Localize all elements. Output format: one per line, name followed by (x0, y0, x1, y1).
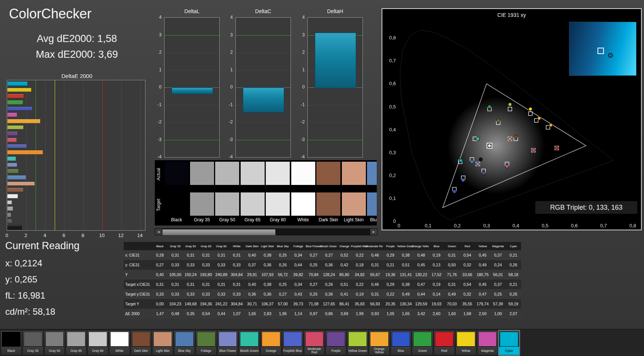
patch-label: Yellow (456, 347, 476, 355)
table-cell: 0,31 (214, 279, 229, 289)
patch-button-black[interactable]: Black (1, 330, 22, 355)
table-cell: 0,36 (321, 289, 337, 299)
table-cell: 0,54 (460, 250, 475, 260)
svg-text:0,1: 0,1 (389, 195, 396, 201)
table-cell: 0,86 (321, 309, 337, 318)
deltac-y-axis: 43210-1-2-3-4 (226, 17, 234, 157)
patch-swatch (305, 332, 324, 347)
patch-button-cyan[interactable]: Cyan (499, 330, 520, 355)
table-cell: 30,71 (244, 299, 260, 309)
delta-bar (315, 33, 356, 88)
inset-target-marker (598, 48, 604, 54)
y-tick-label: 1 (225, 67, 233, 72)
table-cell: 56,01 (490, 270, 506, 279)
patch-button-bluish-green[interactable]: Bluish Green (239, 330, 260, 355)
patch-button-moderate-red[interactable]: Moderate Red (304, 330, 325, 355)
patch-button-white[interactable]: White (109, 330, 130, 355)
scroll-right-button[interactable]: ► (370, 229, 377, 235)
table-cell: 1,99 (352, 309, 367, 318)
patch-button-orange[interactable]: Orange (261, 330, 282, 355)
row-label: Target y:CIE31 (124, 289, 152, 299)
svg-text:0,3: 0,3 (389, 150, 396, 155)
table-cell: 0,26 (275, 260, 291, 270)
patch-button-purple[interactable]: Purple (325, 330, 346, 355)
col-header: Black (152, 242, 168, 250)
patch-button-red[interactable]: Red (434, 330, 455, 355)
patch-label: Orange Yellow (369, 347, 389, 355)
patch-swatch (283, 332, 302, 347)
table-cell: 0,31 (198, 250, 214, 260)
table-cell: 0,45 (413, 260, 429, 270)
patch-button-gray-65[interactable]: Gray 65 (66, 330, 87, 355)
patch-button-gray-50[interactable]: Gray 50 (44, 330, 65, 355)
table-cell: 1,07 (229, 309, 244, 318)
cie-panel: 00,10,20,30,40,50,60,70,800,10,20,30,40,… (382, 8, 642, 230)
svg-text:0,7: 0,7 (600, 223, 607, 228)
reference-line (102, 80, 103, 230)
y-tick-label: 0 (225, 84, 233, 90)
col-header: Magenta (490, 242, 506, 250)
swatch-label: Gray 65 (241, 217, 265, 222)
delta-bar (172, 87, 213, 94)
scroll-left-button[interactable]: ◄ (155, 229, 162, 235)
patch-label: Gray 35 (23, 347, 43, 355)
table-cell: 39,82 (291, 270, 306, 279)
table-cell: 0,21 (383, 260, 398, 270)
table-cell: 0,47 (475, 289, 490, 299)
table-cell: 0,40 (244, 250, 260, 260)
swatch-board: Actual Target BlackGray 35Gray 50Gray 65… (155, 160, 377, 225)
patch-button-foliage[interactable]: Foliage (196, 330, 217, 355)
cie-measured-orange (549, 123, 553, 127)
patch-swatch (370, 332, 389, 347)
patch-button-blue-sky[interactable]: Blue Sky (174, 330, 195, 355)
patch-button-yellow-green[interactable]: Yellow Green (347, 330, 368, 355)
col-header: Blue Sky (275, 242, 291, 250)
patch-button-dark-skin[interactable]: Dark Skin (131, 330, 152, 355)
patch-button-green[interactable]: Green (412, 330, 433, 355)
svg-text:0,1: 0,1 (425, 223, 431, 228)
patch-button-yellow[interactable]: Yellow (455, 330, 476, 355)
gridline (64, 80, 64, 230)
patch-button-gray-35[interactable]: Gray 35 (22, 330, 43, 355)
colorchecker-app: ColorChecker Avg dE2000: 1,58 Max dE2000… (0, 0, 644, 356)
row-label: Y (124, 270, 152, 279)
table-cell: 0,37 (490, 250, 506, 260)
swatch-actual (266, 162, 290, 185)
scrollbar-thumb[interactable] (162, 229, 276, 235)
swatch-scrollbar[interactable]: ◄ ► (155, 228, 377, 235)
y-tick-label: 2 (154, 50, 162, 55)
col-header: Light Skin (260, 242, 275, 250)
patch-swatch (88, 332, 107, 347)
patch-button-orange-yellow[interactable]: Orange Yellow (369, 330, 390, 355)
gridline (165, 35, 219, 36)
patch-button-blue-flower[interactable]: Blue Flower (217, 330, 238, 355)
col-header: Blue (429, 242, 444, 250)
deltac-plot (235, 17, 291, 158)
patch-label: Magenta (478, 347, 498, 355)
svg-text:0: 0 (397, 223, 400, 228)
patch-swatch (500, 332, 518, 347)
deltae-x-axis: 02468101214 (7, 233, 149, 239)
current-reading-cdm2: cd/m²: 58,18 (5, 306, 55, 317)
table-cell: 0,22 (352, 279, 367, 289)
patch-button-gray-80[interactable]: Gray 80 (87, 330, 108, 355)
cie-measured-foliage (497, 119, 500, 122)
patch-label: Dark Skin (131, 347, 151, 355)
table-cell: 0,25 (275, 279, 291, 289)
deltae-bar (7, 131, 18, 136)
patch-button-blue[interactable]: Blue (391, 330, 412, 355)
swatch-label: Blue Sky (367, 217, 377, 222)
patch-button-purplish-blue[interactable]: Purplish Blue (282, 330, 303, 355)
swatch-target (165, 192, 189, 216)
swatch-target (367, 192, 377, 216)
row-label: Target x:CIE31 (124, 279, 152, 289)
deltae-bar (7, 113, 17, 117)
svg-text:0,4: 0,4 (389, 127, 396, 132)
patch-button-magenta[interactable]: Magenta (477, 330, 498, 355)
patch-label: Red (434, 347, 454, 355)
gridline (308, 122, 362, 123)
table-cell: 0,29 (383, 279, 398, 289)
deltae-bar (7, 144, 27, 149)
patch-button-light-skin[interactable]: Light Skin (152, 330, 173, 355)
table-cell: 0,54 (460, 279, 475, 289)
